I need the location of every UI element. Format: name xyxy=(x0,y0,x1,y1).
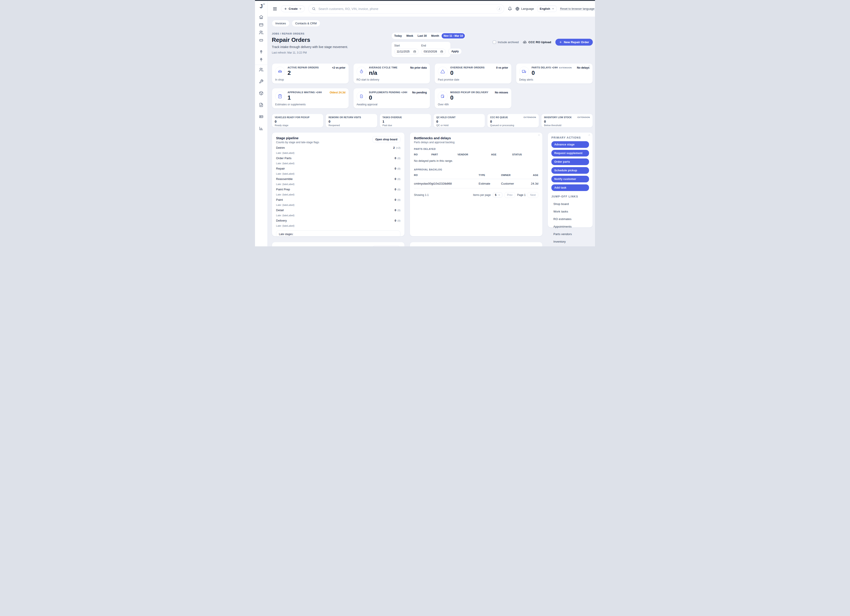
kpi-delta: No prior data xyxy=(410,66,427,69)
kpi-footer: Awaiting approval xyxy=(356,103,378,106)
new-repair-order-button[interactable]: New Repair Order xyxy=(555,39,593,46)
table-row[interactable]: cmlmyolas00gt10sl232tb868 Estimate Custo… xyxy=(414,179,538,188)
kpi-value: 0 xyxy=(328,120,374,123)
schedule-pickup-button[interactable]: Schedule pickup xyxy=(551,167,589,174)
start-date-label: Start xyxy=(394,44,419,47)
kpi-missed-pickup-delivery: MISSED PICKUP OR DELIVERY No misses 0 Ov… xyxy=(434,88,512,108)
kpi-footer: Delay alerts xyxy=(519,78,533,81)
page-indicator: Page 1 xyxy=(517,193,525,197)
calendar-x-icon xyxy=(438,91,447,101)
advance-stage-button[interactable]: Advance stage xyxy=(551,141,589,148)
language-group: Language xyxy=(515,7,534,11)
kpi-footer: Below threshold xyxy=(544,124,590,127)
stage-late-label: Late: {lateLabel} xyxy=(276,183,400,185)
home-icon[interactable] xyxy=(259,15,263,19)
kpi-approvals-waiting: APPROVALS WAITING >24H Oldest 24.3d 1 Es… xyxy=(272,88,349,108)
tab-contacts-crm[interactable]: Contacts & CRM xyxy=(292,20,320,27)
apply-button[interactable]: Apply xyxy=(448,48,462,54)
collapse-icon[interactable] xyxy=(538,134,540,136)
page-content: Invoices Contacts & CRM JOBS / REPAIR OR… xyxy=(268,16,595,246)
showing-text: Showing 1-1 xyxy=(414,193,429,197)
stage-row: Paint0 (0) Late: {lateLabel} xyxy=(276,198,400,206)
panel-title: Supplements and authorizations xyxy=(276,246,328,246)
extension-tag: EXTENSION xyxy=(524,116,536,118)
panel-title: Bottlenecks and delays xyxy=(414,136,538,140)
contacts-icon[interactable] xyxy=(259,67,263,72)
range-tab-month[interactable]: Month xyxy=(429,33,441,39)
search-shortcut-badge: J xyxy=(497,6,501,11)
scanner-icon[interactable] xyxy=(259,38,263,42)
include-archived-label: Include archived xyxy=(498,40,519,44)
logo-dots: •• xyxy=(263,3,265,5)
primary-actions-heading: PRIMARY ACTIONS xyxy=(551,136,589,139)
end-date-label: End xyxy=(421,44,446,47)
bar-chart-icon[interactable] xyxy=(259,126,263,131)
checkbox-icon[interactable] xyxy=(493,40,496,44)
order-parts-button[interactable]: Order parts xyxy=(551,158,589,165)
extension-tag: EXTENSION xyxy=(578,116,590,118)
start-date-input[interactable] xyxy=(394,49,419,54)
kpi-delta: +2 vs prior xyxy=(332,66,345,69)
stage-row: Paint Prep0 (0) Late: {lateLabel} xyxy=(276,188,400,196)
kpi-active-repair-orders: ACTIVE REPAIR ORDERS +2 vs prior 2 In sh… xyxy=(272,63,349,84)
app-window: J•• xyxy=(255,0,595,246)
create-button[interactable]: Create xyxy=(281,5,305,12)
collapse-icon[interactable] xyxy=(588,64,591,67)
request-approval-button[interactable]: Request approval xyxy=(372,246,400,246)
tab-invoices[interactable]: Invoices xyxy=(272,20,290,27)
link-inventory[interactable]: Inventory xyxy=(551,240,589,243)
open-shop-board-button[interactable]: Open shop board xyxy=(372,136,400,143)
link-work-tasks[interactable]: Work tasks xyxy=(551,210,589,213)
link-ro-estimates[interactable]: RO estimates xyxy=(551,217,589,221)
start-date-value[interactable] xyxy=(397,50,412,53)
range-tab-week[interactable]: Week xyxy=(404,33,415,39)
wrench-icon[interactable] xyxy=(259,79,263,84)
breadcrumb: JOBS / REPAIR ORDERS xyxy=(272,32,391,35)
reset-language-link[interactable]: Reset to browser language xyxy=(560,7,594,10)
language-select[interactable]: English xyxy=(537,6,557,12)
upload-cloud-icon xyxy=(523,40,527,44)
id-card-icon[interactable] xyxy=(259,114,263,119)
range-tab-last30[interactable]: Last 30 xyxy=(416,33,429,39)
kpi-footer: Past promise date xyxy=(438,78,459,81)
credit-card-icon[interactable] xyxy=(259,22,263,27)
add-task-button[interactable]: Add task xyxy=(551,184,589,191)
end-date-input[interactable] xyxy=(421,49,446,54)
next-page-button[interactable]: Next xyxy=(527,192,538,198)
search-icon xyxy=(312,7,316,10)
calendar-icon[interactable] xyxy=(413,50,416,53)
kpi-value: 0 xyxy=(369,95,427,100)
stage-row: Order Parts0 (0) Late: {lateLabel} xyxy=(276,157,400,165)
link-shop-board[interactable]: Shop board xyxy=(551,202,589,206)
pin-icon[interactable] xyxy=(259,50,263,54)
range-tab-today[interactable]: Today xyxy=(392,33,404,39)
calendar-icon[interactable] xyxy=(440,50,443,53)
notify-customer-button[interactable]: Notify customer xyxy=(551,176,589,182)
top-bar: Create J Language English xyxy=(268,1,595,16)
kpi-overdue-repair-orders: OVERDUE REPAIR ORDERS 0 vs prior 0 Past … xyxy=(434,63,512,84)
stage-late-label: Late: {lateLabel} xyxy=(276,172,400,175)
document-icon[interactable] xyxy=(259,103,263,107)
prev-page-button[interactable]: Prev xyxy=(504,192,515,198)
link-parts-vendors[interactable]: Parts vendors xyxy=(551,232,589,236)
request-supplement-button[interactable]: Request supplement xyxy=(551,150,589,157)
bell-icon[interactable] xyxy=(508,7,512,11)
items-per-page-select[interactable]: 5 xyxy=(493,192,503,198)
ccc-ro-upload-button[interactable]: CCC RO Upload xyxy=(523,40,551,44)
kpi-footer: Reopened xyxy=(328,124,374,127)
collapse-icon[interactable] xyxy=(588,134,591,136)
parts-boxes-icon[interactable] xyxy=(259,91,263,96)
link-appointments[interactable]: Appointments xyxy=(551,225,589,228)
app-logo[interactable]: J•• xyxy=(260,3,263,9)
range-tab-custom[interactable]: Nov 11 - Mar 10 xyxy=(441,33,465,39)
users-icon[interactable] xyxy=(259,30,263,35)
stage-row: Delivery0 (0) Late: {lateLabel} xyxy=(276,219,400,227)
end-date-value[interactable] xyxy=(424,50,439,53)
kpi-vehicles-ready: VEHICLES READY FOR PICKUP 0 Ready stage xyxy=(272,114,323,127)
parts-delayed-heading: PARTS DELAYED xyxy=(414,148,538,150)
pin-icon[interactable] xyxy=(259,58,263,62)
search-input[interactable] xyxy=(308,4,504,13)
kpi-value: 1 xyxy=(383,120,428,123)
menu-icon[interactable] xyxy=(272,6,277,11)
include-archived-checkbox[interactable]: Include archived xyxy=(493,40,519,44)
